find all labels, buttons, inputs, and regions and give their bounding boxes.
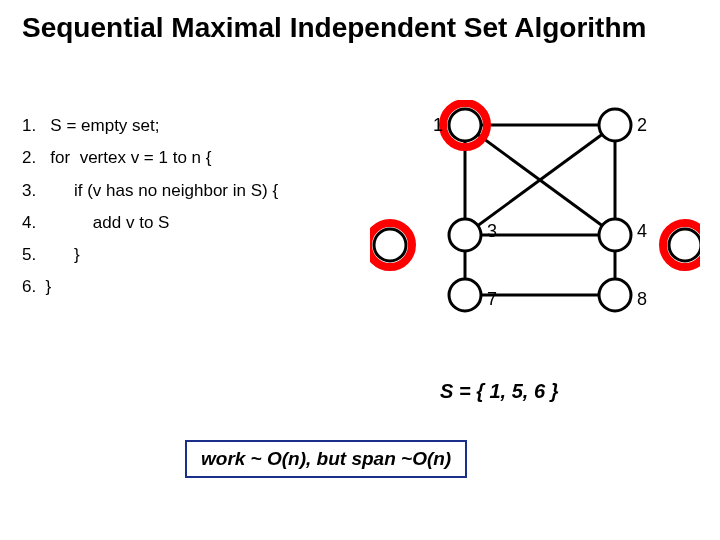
graph-node-label: 4 [637, 221, 647, 241]
graph-node [449, 219, 481, 251]
slide-title: Sequential Maximal Independent Set Algor… [22, 12, 646, 44]
graph-node [599, 109, 631, 141]
algo-line-1: 1. S = empty set; [22, 110, 278, 142]
graph-node [449, 109, 481, 141]
algo-line-4: 4. add v to S [22, 207, 278, 239]
algo-line-3: 3. if (v has no neighbor in S) { [22, 175, 278, 207]
graph-node-label: 3 [487, 221, 497, 241]
complexity-box: work ~ O(n), but span ~O(n) [185, 440, 467, 478]
graph-node-label: 7 [487, 289, 497, 309]
graph-node-label: 8 [637, 289, 647, 309]
graph-node-label: 1 [433, 115, 443, 135]
graph-node [374, 229, 406, 261]
algorithm-listing: 1. S = empty set; 2. for vertex v = 1 to… [22, 110, 278, 304]
algo-line-6: 6. } [22, 271, 278, 303]
algo-line-2: 2. for vertex v = 1 to n { [22, 142, 278, 174]
graph-node-label: 2 [637, 115, 647, 135]
algo-line-5: 5. } [22, 239, 278, 271]
graph-node [669, 229, 700, 261]
graph-node [599, 219, 631, 251]
result-set: S = { 1, 5, 6 } [440, 380, 558, 403]
graph-node [449, 279, 481, 311]
graph-node [599, 279, 631, 311]
graph-diagram: 12345678 [370, 100, 700, 350]
